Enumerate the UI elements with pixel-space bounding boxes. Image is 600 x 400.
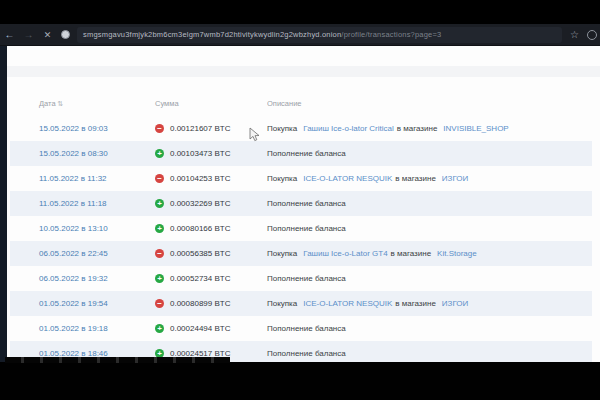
shop-connector-label: в магазине (395, 299, 436, 308)
bookmark-star-icon[interactable]: ☆ (570, 29, 579, 40)
letterbox-top (0, 0, 600, 24)
transaction-date-cell: 10.05.2022 в 13:10 (10, 224, 155, 233)
table-row: 10.05.2022 в 13:10+0.00080166 BTCПополне… (10, 216, 592, 241)
url-path: /profile/transactions?page=3 (341, 30, 441, 39)
plus-circle-icon: + (155, 274, 164, 283)
shop-link[interactable]: Kit.Storage (437, 249, 477, 258)
transaction-amount: 0.00052734 BTC (170, 274, 231, 283)
transaction-description-cell: ПокупкаICE-O-LATOR NESQUIKв магазинеИЗГО… (267, 174, 592, 183)
transaction-description-cell: Пополнение баланса (267, 349, 592, 358)
product-link[interactable]: ICE-O-LATOR NESQUIK (303, 299, 392, 308)
transaction-date-link[interactable]: 11.05.2022 в 11:18 (39, 199, 107, 208)
minus-circle-icon: − (155, 249, 164, 258)
transaction-amount-cell: +0.00052734 BTC (155, 274, 267, 283)
minus-circle-icon: − (155, 124, 164, 133)
table-row: 15.05.2022 в 09:03−0.00121607 BTCПокупка… (10, 116, 592, 141)
transaction-amount-cell: +0.00024494 BTC (155, 324, 267, 333)
video-frame: ← → ✕ smgsmgavu3fmjyk2bm6cm3elgm7wmb7d2h… (0, 0, 600, 400)
shop-connector-label: в магазине (391, 249, 432, 258)
sort-icon[interactable]: ⇅ (58, 100, 64, 107)
back-icon[interactable]: ← (0, 24, 19, 46)
transaction-amount: 0.00121607 BTC (170, 124, 231, 133)
transaction-date-link[interactable]: 11.05.2022 в 11:32 (39, 174, 107, 183)
url-bar[interactable]: smgsmgavu3fmjyk2bm6cm3elgm7wmb7d2htivity… (77, 27, 562, 43)
transaction-amount: 0.00032269 BTC (170, 199, 231, 208)
deposit-label: Пополнение баланса (267, 349, 346, 358)
table-row: 06.05.2022 в 19:32+0.00052734 BTCПополне… (10, 266, 592, 291)
letterbox-bottom (0, 362, 600, 400)
transaction-amount-cell: −0.00056385 BTC (155, 249, 267, 258)
shop-connector-label: в магазине (395, 174, 436, 183)
table-row: 06.05.2022 в 22:45−0.00056385 BTCПокупка… (10, 241, 592, 266)
deposit-label: Пополнение баланса (267, 324, 346, 333)
mouse-cursor (249, 127, 260, 142)
transaction-amount: 0.00104253 BTC (170, 174, 231, 183)
transaction-date-link[interactable]: 06.05.2022 в 22:45 (39, 249, 108, 258)
transaction-description-cell: ПокупкаГашиш Ice-o-Lator GT4в магазинеKi… (267, 249, 592, 258)
table-row: 01.05.2022 в 19:18+0.00024494 BTCПополне… (10, 316, 592, 341)
window-edge (0, 46, 7, 362)
transaction-date-cell: 01.05.2022 в 19:18 (10, 324, 155, 333)
table-row: 11.05.2022 в 11:18+0.00032269 BTCПополне… (10, 191, 592, 216)
transaction-description-cell: ПокупкаICE-O-LATOR NESQUIKв магазинеИЗГО… (267, 299, 592, 308)
transaction-description-cell: Пополнение баланса (267, 324, 592, 333)
transaction-amount-cell: +0.00080166 BTC (155, 224, 267, 233)
transaction-date-link[interactable]: 01.05.2022 в 19:54 (39, 299, 108, 308)
transaction-amount: 0.00056385 BTC (170, 249, 231, 258)
table-row: 01.05.2022 в 19:54−0.00080899 BTCПокупка… (10, 291, 592, 316)
header-description: Описание (267, 99, 592, 108)
deposit-label: Пополнение баланса (267, 149, 346, 158)
purchase-label: Покупка (267, 174, 297, 183)
transaction-date-cell: 11.05.2022 в 11:18 (10, 199, 155, 208)
forward-icon[interactable]: → (19, 24, 38, 46)
deposit-label: Пополнение баланса (267, 274, 346, 283)
site-info-icon[interactable] (61, 30, 70, 39)
plus-circle-icon: + (155, 149, 164, 158)
table-row: 15.05.2022 в 08:30+0.00103473 BTCПополне… (10, 141, 592, 166)
transaction-amount: 0.00103473 BTC (170, 149, 231, 158)
plus-circle-icon: + (155, 224, 164, 233)
shop-link[interactable]: ИЗГОИ (442, 299, 468, 308)
header-amount-label: Сумма (155, 99, 179, 108)
transaction-amount-cell: −0.00104253 BTC (155, 174, 267, 183)
table-row: 11.05.2022 в 11:32−0.00104253 BTCПокупка… (10, 166, 592, 191)
url-domain: smgsmgavu3fmjyk2bm6cm3elgm7wmb7d2htivity… (83, 30, 341, 39)
plus-circle-icon: + (155, 324, 164, 333)
product-link[interactable]: Гашиш Ice-o-Lator GT4 (303, 249, 387, 258)
transaction-description-cell: Пополнение баланса (267, 149, 592, 158)
transaction-amount-cell: +0.00103473 BTC (155, 149, 267, 158)
transactions-table-body: 15.05.2022 в 09:03−0.00121607 BTCПокупка… (10, 116, 592, 366)
transaction-date-cell: 01.05.2022 в 19:54 (10, 299, 155, 308)
transaction-date-cell: 06.05.2022 в 19:32 (10, 274, 155, 283)
product-link[interactable]: ICE-O-LATOR NESQUIK (303, 174, 392, 183)
header-description-label: Описание (267, 99, 302, 108)
transaction-date-link[interactable]: 06.05.2022 в 19:32 (39, 274, 108, 283)
page-header-band (7, 66, 600, 77)
transaction-date-cell: 06.05.2022 в 22:45 (10, 249, 155, 258)
transaction-description-cell: Пополнение баланса (267, 199, 592, 208)
shop-link[interactable]: INVISIBLE_SHOP (443, 124, 508, 133)
shop-link[interactable]: ИЗГОИ (442, 174, 468, 183)
transaction-amount: 0.00080899 BTC (170, 299, 231, 308)
header-date-label: Дата (39, 99, 56, 108)
browser-toolbar: ← → ✕ smgsmgavu3fmjyk2bm6cm3elgm7wmb7d2h… (0, 24, 600, 46)
purchase-label: Покупка (267, 124, 297, 133)
header-date[interactable]: Дата⇅ (10, 99, 155, 108)
transaction-date-link[interactable]: 01.05.2022 в 19:18 (39, 324, 108, 333)
transaction-date-cell: 15.05.2022 в 08:30 (10, 149, 155, 158)
transaction-date-link[interactable]: 10.05.2022 в 13:10 (39, 224, 108, 233)
deposit-label: Пополнение баланса (267, 199, 346, 208)
transaction-amount-cell: +0.00032269 BTC (155, 199, 267, 208)
url-text: smgsmgavu3fmjyk2bm6cm3elgm7wmb7d2htivity… (83, 30, 441, 39)
transaction-description-cell: ПокупкаГашиш Ice-o-lator Criticalв магаз… (267, 124, 592, 133)
purchase-label: Покупка (267, 249, 297, 258)
product-link[interactable]: Гашиш Ice-o-lator Critical (303, 124, 394, 133)
minus-circle-icon: − (155, 174, 164, 183)
transaction-date-link[interactable]: 15.05.2022 в 08:30 (39, 149, 108, 158)
shield-icon[interactable] (587, 30, 597, 40)
minus-circle-icon: − (155, 299, 164, 308)
shop-connector-label: в магазине (397, 124, 438, 133)
transaction-date-cell: 11.05.2022 в 11:32 (10, 174, 155, 183)
stop-icon[interactable]: ✕ (38, 24, 57, 46)
transaction-date-link[interactable]: 15.05.2022 в 09:03 (39, 124, 108, 133)
